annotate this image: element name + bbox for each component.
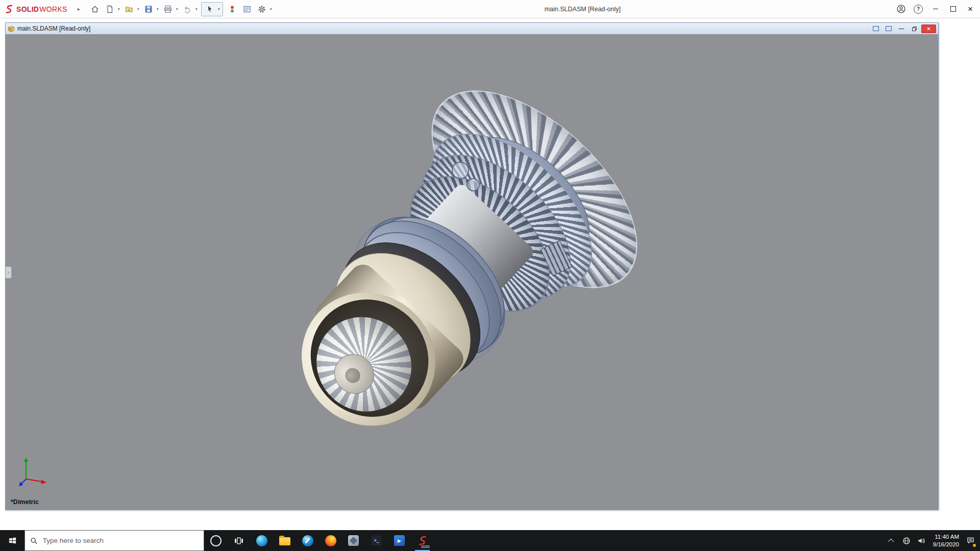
clock-date: 9/16/2020 xyxy=(933,541,959,548)
action-center-button[interactable] xyxy=(963,530,978,551)
print-caret[interactable]: ▾ xyxy=(175,7,179,11)
options-caret[interactable]: ▾ xyxy=(269,7,273,11)
maximize-icon xyxy=(950,6,956,12)
maximize-button[interactable] xyxy=(944,0,962,18)
new-document-button[interactable] xyxy=(103,3,116,16)
tray-expand-button[interactable] xyxy=(885,530,899,551)
doc-restore-button[interactable] xyxy=(909,24,920,33)
orientation-triad xyxy=(17,456,50,488)
save-button[interactable] xyxy=(142,3,155,16)
search-input[interactable] xyxy=(42,536,199,545)
save-icon xyxy=(144,5,153,14)
open-icon xyxy=(125,5,134,14)
solidworks-year-badge: 2020 xyxy=(421,544,430,549)
brand-text-solid: SOLID xyxy=(16,5,39,13)
cortana-icon xyxy=(210,535,222,546)
clock-time: 11:40 AM xyxy=(933,533,959,541)
terminal-button[interactable]: >_ xyxy=(365,530,388,551)
open-caret[interactable]: ▾ xyxy=(136,7,140,11)
solidworks-logo: SOLID WORKS xyxy=(4,4,67,14)
save-caret[interactable]: ▾ xyxy=(156,7,160,11)
window-arrange-icon xyxy=(886,26,892,31)
options-gear-icon xyxy=(257,5,266,14)
stoplight-icon xyxy=(228,5,237,14)
system-tray: 11:40 AM 9/16/2020 xyxy=(885,530,980,551)
assembly-cube-icon xyxy=(8,26,15,32)
network-globe-icon xyxy=(902,537,911,545)
account-button[interactable] xyxy=(892,0,910,18)
undo-icon xyxy=(183,5,192,14)
select-tool-button[interactable] xyxy=(203,3,216,16)
edge-icon xyxy=(256,535,267,546)
package-app-button[interactable] xyxy=(342,530,365,551)
task-view-button[interactable] xyxy=(227,530,250,551)
taskbar: >_ ▶ 2020 xyxy=(0,530,980,551)
new-document-caret[interactable]: ▾ xyxy=(117,7,121,11)
video-app-icon: ▶ xyxy=(394,535,405,546)
document-window: main.SLDASM [Read-only] × xyxy=(5,22,939,510)
print-button[interactable] xyxy=(161,3,175,16)
app-titlebar: SOLID WORKS ▸ ▾ xyxy=(0,0,980,18)
edge-button[interactable] xyxy=(250,530,273,551)
chevron-up-icon xyxy=(888,538,894,544)
undo-caret[interactable]: ▾ xyxy=(194,7,199,11)
app-window-controls: ? × xyxy=(892,0,979,18)
document-titlebar[interactable]: main.SLDASM [Read-only] × xyxy=(6,23,938,35)
view-orientation-label: *Dimetric xyxy=(11,498,39,506)
search-icon xyxy=(30,537,38,545)
close-button[interactable]: × xyxy=(962,0,979,18)
feature-panel-collapse-tab[interactable]: ‹ xyxy=(6,266,12,279)
browser-blue-button[interactable] xyxy=(296,530,319,551)
solidworks-app-window: SOLID WORKS ▸ ▾ xyxy=(0,0,980,551)
task-view-icon xyxy=(234,537,243,545)
minimize-icon xyxy=(933,9,938,9)
document-title: main.SLDASM [Read-only] xyxy=(17,25,90,32)
taskbar-app-icons: >_ ▶ 2020 xyxy=(204,530,434,551)
taskbar-clock[interactable]: 11:40 AM 9/16/2020 xyxy=(929,533,963,548)
viewport-3d[interactable]: *Dimetric ‹ xyxy=(6,34,938,510)
task-pane-button[interactable] xyxy=(240,3,254,16)
print-icon xyxy=(163,5,173,14)
start-button[interactable] xyxy=(0,530,24,551)
brand-text-works: WORKS xyxy=(39,5,67,13)
document-window-controls: × xyxy=(870,24,936,33)
notification-badge xyxy=(973,544,976,547)
task-pane-icon xyxy=(242,5,252,14)
doc-close-button[interactable]: × xyxy=(921,24,936,33)
home-button[interactable] xyxy=(88,3,102,16)
mdi-client-area: main.SLDASM [Read-only] × xyxy=(0,18,980,530)
toolbar-expand-arrow[interactable]: ▸ xyxy=(75,6,83,12)
volume-button[interactable] xyxy=(914,530,929,551)
firefox-icon xyxy=(325,535,336,546)
engine-assembly-model[interactable] xyxy=(6,34,938,510)
speaker-icon xyxy=(917,537,925,545)
doc-minimize-button[interactable] xyxy=(896,24,907,33)
doc-restore-icon xyxy=(912,27,917,31)
quick-access-toolbar: ▾ ▾ ▾ xyxy=(88,2,273,16)
firefox-button[interactable] xyxy=(319,530,342,551)
help-button[interactable]: ? xyxy=(910,0,927,18)
video-app-button[interactable]: ▶ xyxy=(388,530,411,551)
select-cursor-icon xyxy=(205,5,214,14)
doc-window-arrange-button-1[interactable] xyxy=(870,24,881,33)
options-button[interactable] xyxy=(255,3,268,16)
help-icon: ? xyxy=(914,5,923,14)
file-explorer-icon xyxy=(279,537,290,545)
open-button[interactable] xyxy=(122,3,136,16)
stoplight-button[interactable] xyxy=(226,3,239,16)
solidworks-icon: 2020 xyxy=(415,534,430,548)
minimize-button[interactable] xyxy=(927,0,944,18)
undo-button[interactable] xyxy=(181,3,194,16)
doc-minimize-icon xyxy=(899,29,904,29)
cortana-button[interactable] xyxy=(204,530,227,551)
taskbar-search-box[interactable] xyxy=(24,530,204,551)
select-tool-caret[interactable]: ▾ xyxy=(217,7,221,11)
close-icon: × xyxy=(968,5,973,13)
app-title: main.SLDASM [Read-only] xyxy=(273,6,892,13)
doc-window-arrange-button-2[interactable] xyxy=(883,24,894,33)
network-button[interactable] xyxy=(899,530,914,551)
solidworks-taskbar-button[interactable]: 2020 xyxy=(411,530,434,551)
file-explorer-button[interactable] xyxy=(273,530,296,551)
solidworks-logo-icon xyxy=(4,4,14,14)
compass-app-icon xyxy=(302,535,313,546)
